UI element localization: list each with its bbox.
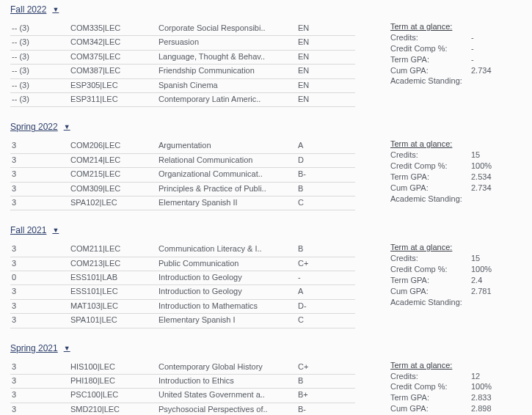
course-credits: -- (3) (10, 22, 69, 36)
course-code: COM206|LEC (69, 139, 157, 153)
course-table: 3COM211|LECCommunication Literacy & I..B… (10, 243, 355, 328)
term-name: Fall 2021 (10, 225, 46, 235)
course-grade: B+ (296, 389, 355, 403)
course-code: PSC100|LEC (69, 389, 157, 403)
term-body: 3COM206|LECArgumentationA3COM214|LECRela… (10, 139, 525, 210)
course-code: MAT103|LEC (69, 300, 157, 314)
term-header-toggle[interactable]: Spring 2021▼ (10, 343, 70, 353)
term-header-toggle[interactable]: Fall 2021▼ (10, 225, 59, 235)
glance-value: 2.734 (471, 65, 492, 76)
course-grade: B (296, 243, 355, 257)
course-grade: D- (296, 300, 355, 314)
term-at-a-glance: Term at a glance:Credits:15Credit Comp %… (355, 243, 525, 307)
course-credits: 3 (10, 183, 69, 197)
glance-label: Credits: (390, 32, 471, 43)
glance-row-credit-comp: Credit Comp %:100% (390, 161, 525, 172)
course-code: COM211|LEC (69, 243, 157, 257)
glance-label: Credits: (390, 371, 471, 382)
glance-row-credits: Credits:12 (390, 371, 525, 382)
term-body: -- (3)COM335|LECCorporate Social Respons… (10, 22, 525, 107)
course-grade: EN (296, 79, 355, 93)
course-title: Introduction to Mathematics (157, 300, 296, 314)
course-title: Introduction to Geology (157, 271, 296, 285)
course-title: Friendship Communication (157, 65, 296, 78)
glance-row-cum-gpa: Cum GPA:2.898 (390, 403, 525, 414)
course-credits: 3 (10, 197, 69, 210)
course-title: Spanish Cinema (157, 79, 296, 93)
course-credits: 3 (10, 300, 69, 314)
course-title: Organizational Communicat.. (157, 168, 296, 182)
caret-down-icon: ▼ (64, 345, 70, 352)
course-title: Communication Literacy & I.. (157, 243, 296, 257)
course-credits: -- (3) (10, 65, 69, 78)
course-title: Relational Communication (157, 154, 296, 168)
course-credits: 3 (10, 361, 69, 375)
course-table: 3HIS100|LECContemporary Global HistoryC+… (10, 361, 355, 415)
course-grade: C+ (296, 361, 355, 375)
caret-down-icon: ▼ (64, 123, 70, 131)
course-grade: B- (296, 403, 355, 415)
glance-row-credit-comp: Credit Comp %:- (390, 43, 525, 54)
glance-row-standing: Academic Standing: (390, 76, 525, 87)
glance-label: Credits: (390, 150, 471, 161)
course-table: -- (3)COM335|LECCorporate Social Respons… (10, 22, 355, 107)
glance-label: Cum GPA: (390, 183, 471, 194)
course-credits: -- (3) (10, 93, 69, 107)
course-grade: EN (296, 51, 355, 65)
course-credits: 3 (10, 257, 69, 271)
course-credits: -- (3) (10, 79, 69, 93)
glance-label: Term GPA: (390, 275, 471, 286)
course-credits: 3 (10, 314, 69, 328)
glance-row-credit-comp: Credit Comp %:100% (390, 381, 525, 392)
course-code: COM342|LEC (69, 36, 157, 50)
term-at-a-glance: Term at a glance:Credits:-Credit Comp %:… (355, 22, 525, 87)
course-code: ESS101|LAB (69, 271, 157, 285)
glance-label: Academic Standing: (390, 76, 471, 87)
term-header-toggle[interactable]: Spring 2022▼ (10, 122, 70, 132)
glance-label: Term GPA: (390, 54, 471, 65)
course-grade: EN (296, 36, 355, 50)
course-title: Introduction to Ethics (157, 375, 296, 389)
course-code: COM213|LEC (69, 257, 157, 271)
glance-row-cum-gpa: Cum GPA:2.734 (390, 183, 525, 194)
glance-row-term-gpa: Term GPA:2.4 (390, 275, 525, 286)
glance-label: Cum GPA: (390, 286, 471, 297)
glance-value: 2.4 (471, 275, 482, 286)
course-grade: C (296, 314, 355, 328)
glance-row-standing: Academic Standing: (390, 297, 525, 308)
course-credits: 3 (10, 285, 69, 299)
term-block: Spring 2022▼3COM206|LECArgumentationA3CO… (10, 122, 525, 210)
course-title: Argumentation (157, 139, 296, 153)
glance-value: 15 (471, 253, 480, 264)
course-credits: 3 (10, 389, 69, 403)
glance-value: 100% (471, 264, 492, 275)
course-code: COM335|LEC (69, 22, 157, 36)
course-title: Corporate Social Responsibi.. (157, 22, 296, 36)
course-grade: A (296, 139, 355, 153)
glance-row-term-gpa: Term GPA:2.534 (390, 172, 525, 183)
term-block: Fall 2021▼3COM211|LECCommunication Liter… (10, 225, 525, 328)
course-title: Contemporary Global History (157, 361, 296, 375)
course-table: 3COM206|LECArgumentationA3COM214|LECRela… (10, 139, 355, 210)
glance-label: Credits: (390, 253, 471, 264)
glance-value: 12 (471, 371, 480, 382)
course-grade: B- (296, 168, 355, 182)
glance-value: 2.734 (471, 183, 492, 194)
term-header-toggle[interactable]: Fall 2022▼ (10, 4, 59, 15)
course-code: COM214|LEC (69, 154, 157, 168)
glance-label: Academic Standing: (390, 297, 471, 308)
course-grade: EN (296, 93, 355, 107)
term-name: Spring 2022 (10, 122, 58, 132)
course-grade: D (296, 154, 355, 168)
course-code: COM375|LEC (69, 51, 157, 65)
glance-title: Term at a glance: (390, 22, 525, 31)
course-title: Public Communication (157, 257, 296, 271)
glance-label: Credit Comp %: (390, 381, 471, 392)
glance-value: - (471, 43, 474, 54)
course-code: HIS100|LEC (69, 361, 157, 375)
course-credits: 3 (10, 139, 69, 153)
glance-row-standing: Academic Standing: (390, 194, 525, 205)
course-title: Psychosocial Perspectives of.. (157, 403, 296, 415)
course-title: Contemporary Latin Americ.. (157, 93, 296, 107)
glance-label: Credit Comp %: (390, 43, 471, 54)
